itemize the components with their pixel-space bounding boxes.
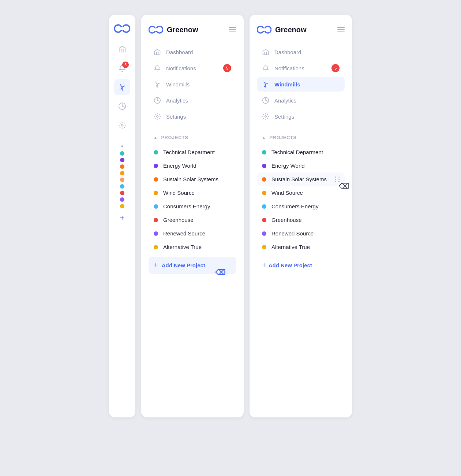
svg-point-16 — [265, 83, 266, 85]
hamburger-2[interactable] — [337, 27, 345, 32]
dot-greenhouse-2 — [262, 218, 266, 222]
add-project-btn-1[interactable]: + Add New Project ⌫ — [149, 257, 236, 274]
nav-notification-badge-2: 5 — [331, 64, 340, 72]
brand-name-1: Greenow — [167, 26, 198, 34]
nav-windmills-2[interactable]: Windmills — [257, 77, 345, 92]
collapsed-add-project[interactable]: + — [116, 212, 128, 224]
drag-dot — [335, 179, 336, 180]
svg-rect-2 — [118, 27, 126, 30]
project-technical-1[interactable]: Technical Deparment — [149, 145, 236, 159]
collapsed-nav-windmills[interactable] — [114, 79, 130, 95]
nav-label: Notifications — [166, 65, 196, 71]
nav-analytics-1[interactable]: Analytics — [149, 93, 236, 108]
project-renewed-2[interactable]: Renewed Source — [257, 227, 345, 240]
collapsed-project-dot-5[interactable] — [120, 178, 124, 182]
project-greenhouse-2[interactable]: Greenhouse — [257, 213, 345, 227]
projects-section-1: ▲ Projects Technical Deparment Energy Wo… — [149, 133, 236, 274]
collapsed-project-dot-4[interactable] — [120, 171, 124, 175]
project-wind-source-1[interactable]: Wind Source — [149, 186, 236, 200]
nav-settings-1[interactable]: Settings — [149, 109, 236, 124]
project-consumers-2[interactable]: Consumers Energy — [257, 200, 345, 213]
collapsed-nav-analytics[interactable] — [114, 98, 130, 114]
collapsed-project-dot-3[interactable] — [120, 164, 124, 169]
cursor-icon-1: ⌫ — [215, 268, 225, 277]
plus-icon-1: + — [154, 261, 158, 269]
drag-dot — [338, 176, 340, 178]
project-wind-source-2[interactable]: Wind Source — [257, 186, 345, 200]
project-technical-2[interactable]: Technical Deparment — [257, 145, 345, 159]
svg-rect-14 — [261, 28, 268, 31]
svg-point-11 — [157, 116, 158, 118]
add-project-btn-2[interactable]: + Add New Project — [257, 257, 345, 274]
nav-label: Settings — [274, 114, 294, 120]
project-energy-world-2[interactable]: Energy World — [257, 159, 345, 172]
dot-renewed-2 — [262, 231, 266, 236]
nav-dashboard-1[interactable]: Dashboard — [149, 45, 236, 59]
dot-alternative-1 — [154, 245, 158, 249]
nav-notification-badge-1: 5 — [223, 64, 231, 72]
dot-consumers-2 — [262, 204, 266, 209]
nav-label: Analytics — [274, 97, 296, 104]
svg-point-5 — [121, 124, 123, 126]
dot-energy-world-2 — [262, 164, 266, 168]
project-alternative-1[interactable]: Alternative True — [149, 240, 236, 254]
project-consumers-1[interactable]: Consumers Energy — [149, 200, 236, 213]
project-sustain-solar-1[interactable]: Sustain Solar Systems — [149, 172, 236, 186]
dot-sustain-solar-1 — [154, 177, 158, 182]
drag-dot — [335, 176, 336, 178]
collapsed-logo — [114, 23, 130, 34]
logo-area-1: Greenow — [149, 25, 198, 34]
collapsed-nav-notifications[interactable]: 5 — [114, 60, 130, 76]
nav-settings-2[interactable]: Settings — [257, 109, 345, 124]
project-renewed-1[interactable]: Renewed Source — [149, 227, 236, 240]
collapsed-project-dot-1[interactable] — [120, 151, 124, 156]
nav-dashboard-2[interactable]: Dashboard — [257, 45, 345, 59]
nav-label: Windmills — [274, 81, 300, 88]
nav-windmills-1[interactable]: Windmills — [149, 77, 236, 92]
project-sustain-solar-2[interactable]: Sustain Solar Systems ⌫ — [257, 172, 345, 186]
drag-handle[interactable] — [335, 176, 340, 182]
collapsed-project-dot-8[interactable] — [120, 197, 124, 202]
projects-header-1: ▲ Projects — [149, 133, 236, 142]
collapsed-project-dot-6[interactable] — [120, 184, 124, 189]
nav-label: Windmills — [166, 81, 190, 88]
notification-badge: 5 — [122, 62, 129, 68]
svg-point-4 — [121, 86, 123, 88]
collapsed-projects-section: ▲ + — [113, 144, 131, 224]
project-energy-world-1[interactable]: Energy World — [149, 159, 236, 172]
dot-consumers-1 — [154, 204, 158, 209]
nav-section-1: Dashboard Notifications 5 Windmills — [149, 45, 236, 124]
collapsed-sidebar: 5 ▲ — [109, 15, 135, 417]
nav-label: Settings — [166, 114, 186, 120]
nav-notifications-1[interactable]: Notifications 5 — [149, 61, 236, 75]
page-wrapper: 5 ▲ — [109, 15, 352, 417]
dot-alternative-2 — [262, 245, 266, 249]
project-alternative-2[interactable]: Alternative True — [257, 240, 345, 254]
drag-dot — [335, 181, 336, 182]
projects-header-2: ▲ Projects — [257, 133, 345, 142]
svg-point-10 — [157, 83, 158, 85]
sidebar-header-1: Greenow — [149, 25, 236, 34]
sidebar-panel-2: Greenow Dashboard Notifications — [250, 15, 352, 417]
dot-wind-source-2 — [262, 191, 266, 195]
plus-icon-2: + — [262, 261, 266, 269]
projects-title-1: Projects — [161, 135, 188, 140]
collapsed-project-dot-7[interactable] — [120, 191, 124, 195]
dot-renewed-1 — [154, 231, 158, 236]
drag-dot — [338, 179, 340, 180]
collapsed-nav-settings[interactable] — [114, 117, 130, 133]
collapsed-project-dot-9[interactable] — [120, 204, 124, 208]
sidebar-panel-1: Greenow Dashboard Notifications — [141, 15, 244, 417]
add-project-label-1: Add New Project — [162, 262, 205, 268]
collapsed-nav-dashboard[interactable] — [114, 41, 130, 57]
dot-greenhouse-1 — [154, 218, 158, 222]
add-project-label-2: Add New Project — [269, 262, 312, 268]
nav-label: Notifications — [274, 65, 304, 71]
project-greenhouse-1[interactable]: Greenhouse — [149, 213, 236, 227]
hamburger-1[interactable] — [229, 27, 236, 32]
projects-title-2: Projects — [269, 135, 296, 140]
collapsed-project-dot-2[interactable] — [120, 158, 124, 162]
brand-name-2: Greenow — [275, 26, 307, 34]
nav-notifications-2[interactable]: Notifications 5 — [257, 61, 345, 75]
nav-analytics-2[interactable]: Analytics — [257, 93, 345, 108]
